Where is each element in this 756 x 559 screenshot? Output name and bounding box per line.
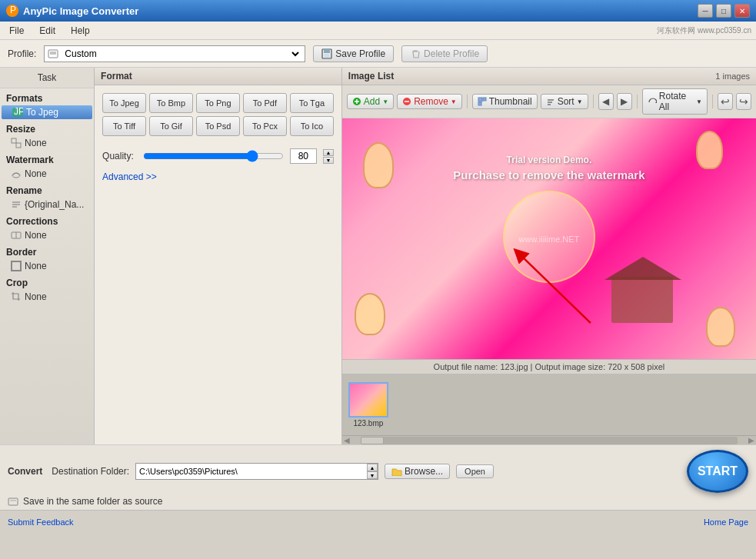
format-btn-ico[interactable]: To Ico <box>290 116 334 136</box>
format-btn-tiff[interactable]: To Tiff <box>102 116 146 136</box>
menu-file[interactable]: File <box>5 24 28 38</box>
save-profile-button[interactable]: Save Profile <box>313 45 394 62</box>
sidebar-item-border[interactable]: None <box>0 259 94 273</box>
sidebar-item-crop-label: None <box>25 291 47 302</box>
dest-down-btn[interactable]: ▼ <box>367 471 378 479</box>
sidebar-item-watermark[interactable]: None <box>0 167 94 181</box>
quality-slider[interactable] <box>143 150 284 162</box>
watermark-line1: Trial version Demo. <box>453 155 644 165</box>
start-btn-container: START <box>500 450 748 493</box>
menu-edit[interactable]: Edit <box>35 24 60 38</box>
sidebar-item-tojpeg[interactable]: JPG To Jpeg <box>2 105 92 119</box>
format-btn-tga[interactable]: To Tga <box>290 93 334 113</box>
quality-label: Quality: <box>102 151 137 161</box>
browse-button[interactable]: Browse... <box>385 464 450 479</box>
scrollbar-thumb[interactable] <box>361 437 384 444</box>
image-count: 1 images <box>715 72 750 81</box>
thumbnail-item[interactable]: 123.bmp <box>348 382 388 428</box>
add-button[interactable]: Add ▼ <box>347 94 394 109</box>
dest-up-btn[interactable]: ▲ <box>367 464 378 471</box>
prev-button[interactable]: ◀ <box>598 93 614 110</box>
close-button[interactable]: ✕ <box>734 4 750 18</box>
sidebar-section-formats: Formats <box>0 88 94 105</box>
image-toolbar: Add ▼ Remove ▼ Thumbnail Sort ▼ ◀ ▶ <box>342 85 756 118</box>
format-panel: Format To Jpeg To Bmp To Png To Pdf To T… <box>95 68 342 444</box>
toolbar-sep-2 <box>593 95 594 108</box>
dest-input-wrapper: ▲ ▼ <box>135 463 378 480</box>
save-profile-label: Save Profile <box>335 48 385 59</box>
crop-icon <box>11 291 22 302</box>
format-btn-jpeg[interactable]: To Jpeg <box>102 93 146 113</box>
sidebar-item-rename[interactable]: {Original_Na... <box>0 198 94 211</box>
menu-help[interactable]: Help <box>66 24 95 38</box>
border-icon <box>11 261 22 271</box>
format-btn-png[interactable]: To Png <box>196 93 240 113</box>
rotate-all-label: Rotate All <box>659 91 694 112</box>
sort-button[interactable]: Sort ▼ <box>541 94 588 109</box>
format-grid: To Jpeg To Bmp To Png To Pdf To Tga To T… <box>95 85 341 144</box>
submit-feedback-link[interactable]: Submit Feedback <box>8 517 74 527</box>
home-page-link[interactable]: Home Page <box>704 517 748 527</box>
deco-1 <box>363 142 394 188</box>
resize-icon <box>11 138 22 148</box>
maximize-button[interactable]: □ <box>716 4 731 18</box>
format-panel-header: Format <box>95 68 341 85</box>
scroll-left-btn[interactable]: ◀ <box>342 436 351 444</box>
profile-select-wrapper[interactable]: Custom <box>44 45 305 62</box>
convert-row1: Convert Destination Folder: ▲ ▼ Browse..… <box>8 450 748 493</box>
titlebar-title: AnyPic Image Converter <box>23 5 138 17</box>
svg-rect-7 <box>325 54 329 58</box>
start-button[interactable]: START <box>687 450 748 493</box>
sidebar-item-resize[interactable]: None <box>0 136 94 150</box>
format-btn-gif[interactable]: To Gif <box>149 116 193 136</box>
sidebar-section-corrections: Corrections <box>0 211 94 228</box>
undo-button[interactable]: ↩ <box>718 93 733 110</box>
open-button[interactable]: Open <box>456 464 494 478</box>
quality-row: Quality: 80 ▲ ▼ <box>95 144 341 168</box>
quality-down-button[interactable]: ▼ <box>323 157 334 164</box>
thumbnail-button[interactable]: Thumbnail <box>472 94 538 109</box>
deco-4 <box>706 307 735 347</box>
corrections-icon <box>11 230 22 241</box>
svg-rect-10 <box>12 138 16 143</box>
minimize-button[interactable]: ─ <box>698 4 713 18</box>
scroll-right-btn[interactable]: ▶ <box>747 436 756 444</box>
format-btn-pcx[interactable]: To Pcx <box>243 116 287 136</box>
format-btn-pdf[interactable]: To Pdf <box>243 93 287 113</box>
app-icon: P <box>6 5 18 17</box>
image-list-panel: Image List 1 images Add ▼ Remove ▼ Thumb… <box>342 68 756 444</box>
format-btn-bmp[interactable]: To Bmp <box>149 93 193 113</box>
delete-profile-button[interactable]: Delete Profile <box>401 45 488 62</box>
sidebar-section-border: Border <box>0 242 94 259</box>
sidebar-item-crop[interactable]: None <box>0 290 94 304</box>
house-roof <box>604 257 681 280</box>
sidebar-item-corrections[interactable]: None <box>0 228 94 242</box>
website-text: www.iiiiime.NET <box>519 235 580 244</box>
next-button[interactable]: ▶ <box>617 93 632 110</box>
house-body <box>611 277 673 323</box>
add-arrow: ▼ <box>382 98 388 105</box>
profile-dropdown[interactable]: Custom <box>62 48 301 60</box>
add-icon <box>352 97 361 106</box>
sidebar-section-resize: Resize <box>0 119 94 136</box>
quality-up-button[interactable]: ▲ <box>323 149 334 156</box>
advanced-link[interactable]: Advanced >> <box>95 168 341 185</box>
deco-3 <box>355 293 385 335</box>
dest-spinner: ▲ ▼ <box>367 464 378 479</box>
convert-row2: Save in the same folder as source <box>8 496 748 507</box>
browse-label: Browse... <box>405 466 443 477</box>
titlebar: P AnyPic Image Converter ─ □ ✕ <box>0 0 756 22</box>
quality-spinner[interactable]: ▲ ▼ <box>323 149 334 164</box>
svg-rect-25 <box>483 98 486 101</box>
sidebar-item-rename-label: {Original_Na... <box>25 199 84 210</box>
sort-arrow: ▼ <box>577 98 583 105</box>
remove-arrow: ▼ <box>451 98 457 105</box>
toolbar-sep-3 <box>637 95 638 108</box>
redo-button[interactable]: ↪ <box>736 93 751 110</box>
rotate-all-button[interactable]: Rotate All ▼ <box>642 88 708 115</box>
thumbnail-scrollbar[interactable]: ◀ ▶ <box>342 435 756 444</box>
dest-input[interactable] <box>136 464 367 479</box>
remove-button[interactable]: Remove ▼ <box>397 94 462 109</box>
scrollbar-track <box>361 437 738 444</box>
format-btn-psd[interactable]: To Psd <box>196 116 240 136</box>
